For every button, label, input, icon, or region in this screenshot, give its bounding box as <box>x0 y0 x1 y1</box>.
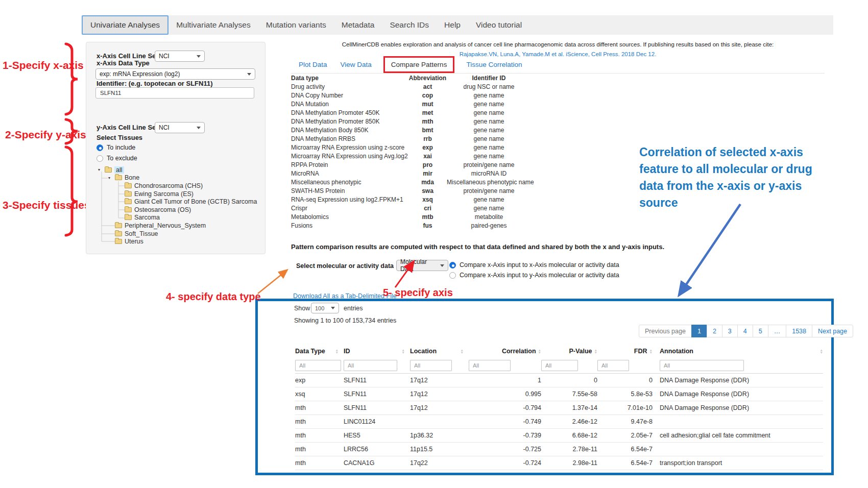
tab-compare-patterns[interactable]: Compare Patterns <box>383 56 455 73</box>
annotation-step3: 3-Specify tissues <box>3 199 90 211</box>
datatype-identifier: gene name <box>447 109 531 118</box>
tab-plot-data[interactable]: Plot Data <box>299 61 327 68</box>
tree-node-giant-cell-tumor-of-bone-gctb-sarcoma[interactable]: Giant Cell Tumor of Bone (GCTB) Sarcoma <box>86 198 265 206</box>
x-cell-line-set-value: NCI <box>159 53 170 60</box>
results-header: Data Type▲▼ID▲▼Location▲▼Correlation▲▼P-… <box>295 345 823 357</box>
column-header-p-value[interactable]: P-Value▲▼ <box>541 345 597 357</box>
column-header-correlation[interactable]: Correlation▲▼ <box>469 345 541 357</box>
filter-cell <box>653 360 823 371</box>
filter-input-p-value[interactable] <box>541 360 578 371</box>
datatype-abbr: mut <box>408 101 447 109</box>
tree-node-osteosarcoma-os[interactable]: Osteosarcoma (OS) <box>86 206 265 214</box>
column-header-label: Annotation <box>660 348 693 355</box>
page-button-4[interactable]: 4 <box>737 325 753 337</box>
column-header-id[interactable]: ID▲▼ <box>344 345 410 357</box>
page-button-3[interactable]: 3 <box>722 325 738 337</box>
chevron-down-icon <box>197 55 201 58</box>
tree-node-peripheral-nervous-system[interactable]: Peripheral_Nervous_System <box>86 222 265 230</box>
include-radio[interactable] <box>97 144 103 151</box>
page-button-1538[interactable]: 1538 <box>786 325 812 337</box>
cell-data-type: mth <box>295 404 344 411</box>
previous-page-button[interactable]: Previous page <box>639 325 692 337</box>
folder-icon <box>125 199 132 204</box>
sort-icon[interactable]: ▲▼ <box>335 349 339 354</box>
cell-location: 17q12 <box>410 377 469 384</box>
filter-input-annotation[interactable] <box>660 360 744 371</box>
page-button-2[interactable]: 2 <box>707 325 722 337</box>
column-header-location[interactable]: Location▲▼ <box>410 345 469 357</box>
filter-input-data-type[interactable] <box>295 360 341 371</box>
compare-y-axis-radio[interactable] <box>449 272 456 279</box>
sort-icon[interactable]: ▲▼ <box>402 349 405 354</box>
nav-tab-metadata[interactable]: Metadata <box>334 15 382 35</box>
table-row: mthLINC01124-0.7492.46e-129.47e-8 <box>295 415 823 429</box>
datatype-abbr: rrb <box>408 135 447 144</box>
filter-input-location[interactable] <box>410 360 452 371</box>
filter-cell <box>597 360 653 371</box>
cell-location: 17q12 <box>410 391 469 398</box>
tab-divider <box>291 73 825 74</box>
column-header-label: Location <box>410 348 437 355</box>
column-header-fdr[interactable]: FDR▲▼ <box>597 345 653 357</box>
page-button-1[interactable]: 1 <box>691 325 707 337</box>
tree-node-ewing-sarcoma-es[interactable]: Ewing Sarcoma (ES) <box>86 190 265 198</box>
nav-tab-mutation-variants[interactable]: Mutation variants <box>258 15 334 35</box>
x-data-type-select[interactable]: exp: mRNA Expression (log2) <box>95 68 255 80</box>
tab-view-data[interactable]: View Data <box>341 61 372 68</box>
expand-arrow-icon[interactable]: ▾ <box>108 176 115 180</box>
column-header-data-type[interactable]: Data Type▲▼ <box>295 345 344 357</box>
y-cell-line-set-select[interactable]: NCI <box>155 122 205 133</box>
expand-arrow-icon[interactable]: ▾ <box>98 167 105 172</box>
tree-node-all[interactable]: ▾all <box>86 166 265 174</box>
select-tissues-label: Select Tissues <box>97 134 142 141</box>
tree-node-bone[interactable]: ▾Bone <box>86 174 265 182</box>
annotation-step5: 5- specify axis <box>383 287 453 299</box>
tree-node-sarcoma[interactable]: Sarcoma <box>86 214 265 222</box>
filter-cell <box>541 360 597 371</box>
cell-p-value: 0 <box>541 377 597 384</box>
chevron-down-icon <box>197 127 201 129</box>
nav-tab-help[interactable]: Help <box>437 15 468 35</box>
-button[interactable]: … <box>768 325 787 337</box>
sort-icon[interactable]: ▲▼ <box>461 349 464 354</box>
tree-node-uterus[interactable]: Uterus <box>86 237 265 246</box>
cell-id: SLFN11 <box>344 391 410 398</box>
tab-tissue-correlation[interactable]: Tissue Correlation <box>466 61 522 68</box>
filter-input-correlation[interactable] <box>469 360 511 371</box>
tree-node-label: Soft_Tissue <box>125 230 158 237</box>
annotation-line: feature to all molecular or drug <box>639 161 843 178</box>
nav-tab-univariate-analyses[interactable]: Univariate Analyses <box>82 15 168 35</box>
tree-node-label: Uterus <box>125 238 143 245</box>
citation-text: CellMinerCDB enables exploration and ana… <box>291 41 825 47</box>
compare-x-axis-radio[interactable] <box>449 262 456 269</box>
page-button-5[interactable]: 5 <box>753 325 768 337</box>
datatype-name: Microarray RNA Expression using z-score <box>291 144 408 153</box>
molecular-data-select[interactable]: Molecular Data <box>396 260 448 271</box>
filter-input-fdr[interactable] <box>597 360 629 371</box>
next-page-button[interactable]: Next page <box>812 325 853 337</box>
nav-tab-video-tutorial[interactable]: Video tutorial <box>468 15 529 35</box>
nav-tab-multivariate-analyses[interactable]: Multivariate Analyses <box>168 15 258 35</box>
show-entries-select[interactable]: 100 <box>311 303 339 313</box>
datatype-abbr: swa <box>408 187 447 196</box>
cell-fdr: 6.54e-7 <box>597 459 653 467</box>
brace-x-axis <box>66 44 78 114</box>
identifier-input[interactable] <box>95 87 254 99</box>
exclude-radio[interactable] <box>97 155 103 162</box>
x-cell-line-set-select[interactable]: NCI <box>155 51 205 62</box>
nav-tab-search-ids[interactable]: Search IDs <box>382 15 437 35</box>
cell-correlation: 1 <box>469 377 541 384</box>
sort-icon[interactable]: ▲▼ <box>820 349 823 354</box>
datatype-identifier: protein/gene name <box>447 187 531 196</box>
filter-input-id[interactable] <box>344 360 397 371</box>
brace-tissues <box>66 147 78 235</box>
cell-id: LINC01124 <box>344 418 410 425</box>
cell-location: 1p36.32 <box>410 432 469 439</box>
chevron-down-icon <box>247 73 251 76</box>
tree-node-soft-tissue[interactable]: Soft_Tissue <box>86 230 265 238</box>
tree-node-chondrosarcoma-chs[interactable]: Chondrosarcoma (CHS) <box>86 182 265 190</box>
cell-annotation: DNA Damage Response (DDR) <box>653 404 823 411</box>
column-header-annotation[interactable]: Annotation▲▼ <box>653 345 823 357</box>
annotation-line: source <box>639 194 843 211</box>
folder-icon <box>115 239 122 244</box>
